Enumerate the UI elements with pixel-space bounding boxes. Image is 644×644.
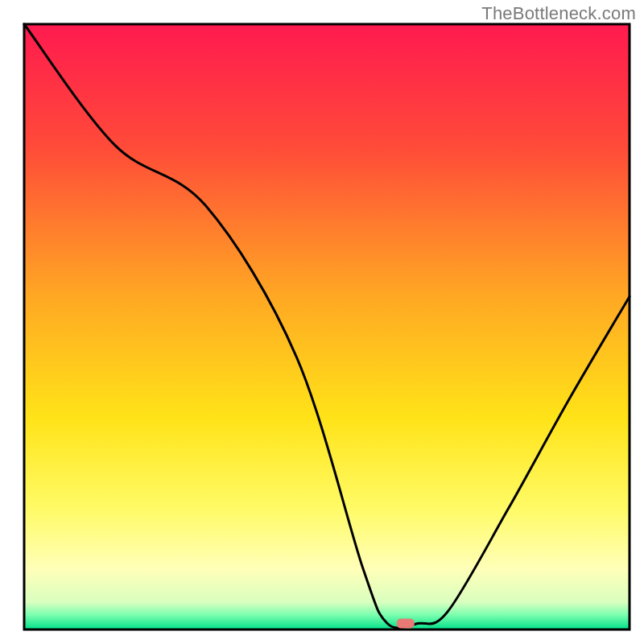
chart-container: TheBottleneck.com: [0, 0, 644, 644]
optimal-point-marker: [397, 618, 415, 628]
bottleneck-chart: [0, 0, 644, 644]
watermark-label: TheBottleneck.com: [481, 3, 636, 24]
plot-background: [24, 24, 630, 630]
